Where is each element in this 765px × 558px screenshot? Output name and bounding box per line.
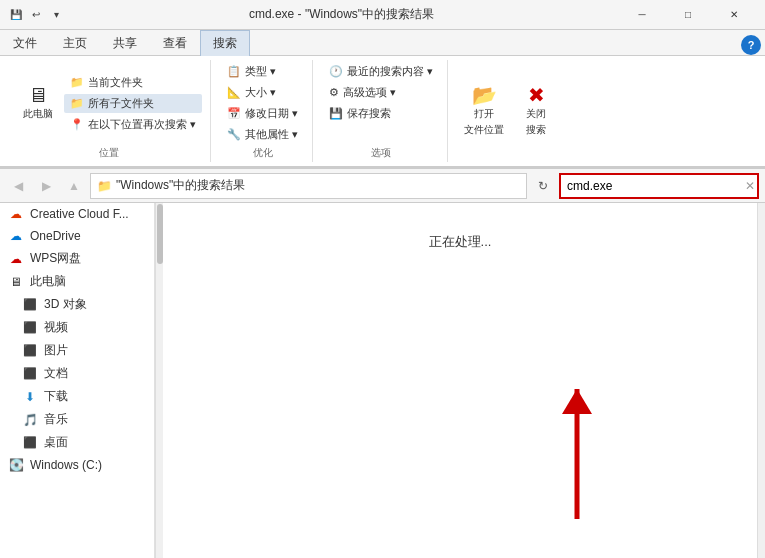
subfolder-icon: 📁 xyxy=(70,97,84,110)
processing-text: 正在处理... xyxy=(429,233,492,251)
size-icon: 📐 xyxy=(227,86,241,99)
close-search-button[interactable]: ✖ 关闭 搜索 xyxy=(514,83,558,139)
address-bar[interactable]: 📁 "Windows"中的搜索结果 xyxy=(90,173,527,199)
ribbon: 文件 主页 共享 查看 搜索 ? 🖥 此电脑 📁 当前文件夹 xyxy=(0,30,765,169)
recent-icon: 🕐 xyxy=(329,65,343,78)
close-button[interactable]: ✕ xyxy=(711,0,757,30)
close-icon: ✖ xyxy=(528,85,545,105)
recent-searches-button[interactable]: 🕐 最近的搜索内容 ▾ xyxy=(323,62,439,81)
sidebar-item-videos[interactable]: ⬛ 视频 xyxy=(0,316,154,339)
date-icon: 📅 xyxy=(227,107,241,120)
music-icon: 🎵 xyxy=(22,412,38,428)
drive-icon: 💽 xyxy=(8,457,24,473)
sidebar-item-label: WPS网盘 xyxy=(30,250,81,267)
type-icon: 📋 xyxy=(227,65,241,78)
sidebar-item-label: 文档 xyxy=(44,365,68,382)
onedrive-icon: ☁ xyxy=(8,228,24,244)
optimize-group-label: 优化 xyxy=(253,144,273,160)
svg-marker-1 xyxy=(562,389,592,414)
sidebar-item-label: 音乐 xyxy=(44,411,68,428)
tab-home[interactable]: 主页 xyxy=(50,30,100,56)
tab-file[interactable]: 文件 xyxy=(0,30,50,56)
content-area: 正在处理... xyxy=(163,203,757,558)
advanced-options-button[interactable]: ⚙ 高级选项 ▾ xyxy=(323,83,439,102)
date-button[interactable]: 📅 修改日期 ▾ xyxy=(221,104,304,123)
size-button[interactable]: 📐 大小 ▾ xyxy=(221,83,304,102)
all-subfolders-button[interactable]: 📁 所有子文件夹 xyxy=(64,94,202,113)
tab-search[interactable]: 搜索 xyxy=(200,30,250,56)
pictures-icon: ⬛ xyxy=(22,343,38,359)
sidebar-item-3dobjects[interactable]: ⬛ 3D 对象 xyxy=(0,293,154,316)
this-pc-icon: 🖥 xyxy=(28,85,48,105)
tab-share[interactable]: 共享 xyxy=(100,30,150,56)
dropdown-icon[interactable]: ▾ xyxy=(48,7,64,23)
undo-icon[interactable]: ↩ xyxy=(28,7,44,23)
wps-icon: ☁ xyxy=(8,251,24,267)
sidebar-item-label: Windows (C:) xyxy=(30,458,102,472)
sidebar-item-music[interactable]: 🎵 音乐 xyxy=(0,408,154,431)
pc-icon: 🖥 xyxy=(8,274,24,290)
desktop-icon: ⬛ xyxy=(22,435,38,451)
type-button[interactable]: 📋 类型 ▾ xyxy=(221,62,304,81)
quick-access: 💾 ↩ ▾ xyxy=(8,7,64,23)
props-icon: 🔧 xyxy=(227,128,241,141)
ribbon-content: 🖥 此电脑 📁 当前文件夹 📁 所有子文件夹 📍 在以下位置再次搜索 ▾ xyxy=(0,56,765,167)
red-arrow-indicator xyxy=(517,389,637,549)
video-icon: ⬛ xyxy=(22,320,38,336)
window-title: cmd.exe - "Windows"中的搜索结果 xyxy=(64,6,619,23)
open-location-button[interactable]: 📂 打开 文件位置 xyxy=(458,83,510,139)
address-text: "Windows"中的搜索结果 xyxy=(116,177,245,194)
sidebar-item-desktop[interactable]: ⬛ 桌面 xyxy=(0,431,154,454)
sidebar-item-label: 图片 xyxy=(44,342,68,359)
sidebar-item-wpsdrive[interactable]: ☁ WPS网盘 xyxy=(0,247,154,270)
search-input[interactable] xyxy=(559,173,759,199)
location-bar: ◀ ▶ ▲ 📁 "Windows"中的搜索结果 ↻ ✕ xyxy=(0,169,765,203)
pin-icon: 📍 xyxy=(70,118,84,131)
refresh-button[interactable]: ↻ xyxy=(531,174,555,198)
maximize-button[interactable]: □ xyxy=(665,0,711,30)
main-area: ☁ Creative Cloud F... ☁ OneDrive ☁ WPS网盘… xyxy=(0,203,765,558)
content-scrollbar[interactable] xyxy=(757,203,765,558)
options-group-label: 选项 xyxy=(371,144,391,160)
back-button[interactable]: ◀ xyxy=(6,174,30,198)
documents-icon: ⬛ xyxy=(22,366,38,382)
save-icon[interactable]: 💾 xyxy=(8,7,24,23)
sidebar: ☁ Creative Cloud F... ☁ OneDrive ☁ WPS网盘… xyxy=(0,203,155,558)
save-search-button[interactable]: 💾 保存搜索 xyxy=(323,104,439,123)
advanced-icon: ⚙ xyxy=(329,86,339,99)
sidebar-item-documents[interactable]: ⬛ 文档 xyxy=(0,362,154,385)
creative-cloud-icon: ☁ xyxy=(8,206,24,222)
sidebar-item-downloads[interactable]: ⬇ 下载 xyxy=(0,385,154,408)
title-bar: 💾 ↩ ▾ cmd.exe - "Windows"中的搜索结果 ─ □ ✕ xyxy=(0,0,765,30)
ribbon-tabs: 文件 主页 共享 查看 搜索 ? xyxy=(0,30,765,56)
save-icon-ribbon: 💾 xyxy=(329,107,343,120)
location-group-label: 位置 xyxy=(99,144,119,160)
open-folder-icon: 📂 xyxy=(472,85,497,105)
folder-icon: 📁 xyxy=(70,76,84,89)
tab-view[interactable]: 查看 xyxy=(150,30,200,56)
sidebar-item-label: 下载 xyxy=(44,388,68,405)
ribbon-group-optimize: 📋 类型 ▾ 📐 大小 ▾ 📅 修改日期 ▾ 🔧 其他属性 ▾ 优化 xyxy=(213,60,313,162)
current-folder-button[interactable]: 📁 当前文件夹 xyxy=(64,73,202,92)
sidebar-item-label: OneDrive xyxy=(30,229,81,243)
sidebar-item-windows-c[interactable]: 💽 Windows (C:) xyxy=(0,454,154,476)
downloads-icon: ⬇ xyxy=(22,389,38,405)
minimize-button[interactable]: ─ xyxy=(619,0,665,30)
address-folder-icon: 📁 xyxy=(97,179,112,193)
search-clear-button[interactable]: ✕ xyxy=(745,179,755,193)
action-buttons: 📂 打开 文件位置 ✖ 关闭 搜索 xyxy=(458,62,558,160)
sidebar-item-label: 视频 xyxy=(44,319,68,336)
forward-button[interactable]: ▶ xyxy=(34,174,58,198)
up-button[interactable]: ▲ xyxy=(62,174,86,198)
sidebar-scrollbar[interactable] xyxy=(155,203,163,558)
this-pc-button[interactable]: 🖥 此电脑 xyxy=(16,83,60,123)
location-buttons: 🖥 此电脑 📁 当前文件夹 📁 所有子文件夹 📍 在以下位置再次搜索 ▾ xyxy=(16,62,202,144)
3d-icon: ⬛ xyxy=(22,297,38,313)
sidebar-item-creativecloud[interactable]: ☁ Creative Cloud F... xyxy=(0,203,154,225)
other-props-button[interactable]: 🔧 其他属性 ▾ xyxy=(221,125,304,144)
sidebar-item-pictures[interactable]: ⬛ 图片 xyxy=(0,339,154,362)
sidebar-item-onedrive[interactable]: ☁ OneDrive xyxy=(0,225,154,247)
sidebar-item-thispc[interactable]: 🖥 此电脑 xyxy=(0,270,154,293)
search-again-button[interactable]: 📍 在以下位置再次搜索 ▾ xyxy=(64,115,202,134)
help-button[interactable]: ? xyxy=(741,35,761,55)
